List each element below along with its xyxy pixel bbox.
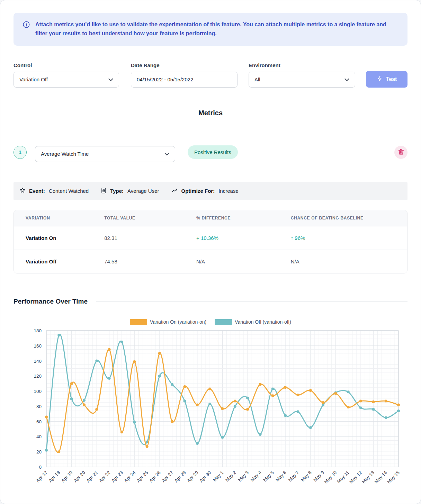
y-axis-label: 120 (34, 374, 42, 379)
x-axis-label: May 11 (336, 470, 350, 484)
data-point (83, 399, 86, 402)
x-axis-label: May 5 (262, 470, 275, 483)
x-axis-label: Apr 30 (199, 470, 212, 483)
data-point (158, 352, 161, 354)
x-axis-label: Apr 24 (123, 470, 137, 483)
divider-line (14, 113, 191, 113)
x-axis-label: Apr 28 (173, 470, 187, 483)
data-point (120, 341, 123, 343)
performance-title: Performance Over Time (14, 298, 88, 305)
y-axis-label: 140 (34, 358, 42, 363)
table-header-row: VARIATION TOTAL VALUE % DIFFERENCE CHANC… (14, 210, 407, 226)
calculator-icon (100, 187, 107, 195)
chevron-down-icon (108, 76, 113, 82)
data-point (108, 377, 111, 380)
data-point (259, 383, 262, 386)
x-axis-label: May 1 (212, 470, 225, 483)
positive-results-badge: Positive Results (188, 145, 238, 159)
data-point (271, 394, 274, 397)
data-point (133, 360, 136, 363)
type-summary: Type: Average User (100, 187, 159, 195)
data-point (234, 399, 236, 402)
x-axis-label: May 7 (287, 470, 300, 483)
y-axis-label: 100 (34, 389, 42, 394)
data-point (296, 410, 299, 413)
data-point (146, 445, 149, 448)
legend-item: Variation On (variation-on) (130, 319, 206, 325)
x-axis-label: May 10 (323, 470, 338, 484)
x-axis-label: May 6 (275, 470, 288, 483)
test-button[interactable]: Test (366, 71, 407, 88)
difference-value: N/A (196, 250, 291, 273)
data-point (45, 415, 48, 418)
metric-number-badge: 1 (14, 146, 27, 159)
data-point (57, 450, 60, 453)
environment-select-value: All (254, 76, 260, 82)
chance-value: ↑ 96% (291, 226, 407, 250)
data-point (347, 390, 350, 393)
info-banner: Attach metrics you’d like to use to vali… (14, 13, 407, 46)
column-header-difference: % DIFFERENCE (196, 210, 291, 226)
optimize-summary: Optimize For: Increase (171, 187, 239, 195)
x-axis-label: Apr 22 (98, 470, 111, 483)
chevron-down-icon (164, 151, 169, 157)
control-field: Control Variation Off (14, 62, 119, 88)
data-point (385, 416, 387, 419)
divider-line (96, 301, 407, 302)
total-value: 74.58 (104, 250, 196, 273)
metric-select-value: Average Watch Time (41, 151, 89, 157)
environment-label: Environment (249, 62, 355, 68)
data-point (183, 399, 186, 402)
test-button-label: Test (386, 76, 397, 82)
trending-up-icon (171, 187, 178, 195)
table-row: Variation On 82.31 + 10.36% ↑ 96% (14, 226, 407, 250)
banner-text: Attach metrics you’d like to use to vali… (35, 20, 398, 38)
event-summary: Event: Content Watched (19, 187, 89, 195)
data-point (296, 394, 299, 396)
x-axis-label: Apr 27 (161, 470, 174, 483)
legend-swatch (130, 319, 147, 325)
data-point (70, 382, 73, 385)
data-point (208, 403, 211, 405)
metric-row: 1 Average Watch Time Positive Results (14, 143, 407, 162)
data-point (45, 449, 48, 452)
data-point (259, 433, 262, 436)
data-point (208, 387, 211, 390)
x-axis-label: May 12 (348, 470, 363, 484)
x-axis-label: Apr 18 (48, 470, 61, 483)
column-header-chance: CHANCE OF BEATING BASELINE (291, 210, 407, 226)
data-point (284, 386, 287, 389)
x-axis-label: May 14 (374, 470, 388, 484)
date-range-value: 04/15/2022 - 05/15/2022 (137, 76, 193, 82)
chart-legend: Variation On (variation-on)Variation Off… (14, 319, 407, 325)
delete-metric-button[interactable] (394, 146, 407, 159)
x-axis-label: May 3 (237, 470, 250, 483)
data-point (171, 383, 173, 386)
data-point (221, 436, 224, 439)
control-select[interactable]: Variation Off (14, 72, 119, 88)
variation-name: Variation Off (14, 250, 104, 273)
type-label: Type: (110, 188, 124, 194)
data-point (359, 406, 362, 409)
date-range-input[interactable]: 04/15/2022 - 05/15/2022 (131, 72, 238, 88)
environment-select[interactable]: All (249, 72, 355, 88)
filters-row: Control Variation Off Date Range 04/15/2… (14, 62, 407, 88)
data-point (246, 408, 249, 411)
event-label: Event: (29, 188, 45, 194)
data-point (95, 408, 98, 411)
data-point (271, 387, 274, 390)
data-point (372, 408, 375, 411)
y-axis-label: 180 (34, 328, 42, 333)
metric-select[interactable]: Average Watch Time (35, 146, 175, 162)
metrics-section-divider: Metrics (14, 109, 407, 117)
data-point (347, 406, 350, 408)
data-point (221, 407, 224, 410)
data-point (309, 389, 312, 392)
data-point (397, 403, 400, 406)
x-axis-label: May 4 (250, 470, 262, 483)
data-point (196, 442, 199, 445)
x-axis-label: May 13 (361, 470, 376, 484)
data-point (385, 399, 387, 402)
x-axis-label: Apr 29 (186, 470, 199, 483)
event-value: Content Watched (49, 188, 89, 194)
